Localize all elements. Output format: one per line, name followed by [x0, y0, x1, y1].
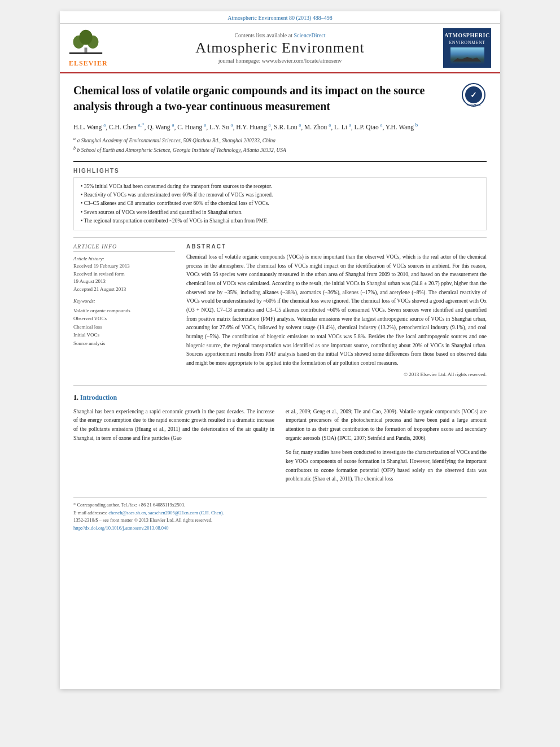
info-abstract-section: ARTICLE INFO Article history: Received 1… [73, 243, 487, 377]
svg-text:CrossMark: CrossMark [467, 103, 481, 106]
revised-label: Received in revised form [73, 270, 175, 278]
affiliation-b: b b School of Earth and Atmospheric Scie… [73, 145, 487, 154]
keyword-item: Chemical loss [73, 323, 175, 331]
elsevier-tree-icon [69, 29, 103, 57]
svg-point-3 [79, 29, 92, 45]
corresponding-author-note: * Corresponding author. Tel./fax: +86 21… [73, 501, 487, 509]
badge-subtitle: ENVIRONMENT [449, 40, 485, 46]
highlight-item: The regional transportation contributed … [81, 217, 479, 225]
intro-paragraph-2: et al., 2009; Geng et al., 2009; Tle and… [286, 408, 487, 443]
journal-badge: ATMOSPHERIC ENVIRONMENT [443, 28, 491, 68]
elsevier-logo-area: ELSEVIER [69, 29, 120, 68]
intro-col-left: Shanghai has been experiencing a rapid e… [73, 408, 274, 490]
journal-title-area: Contents lists available at ScienceDirec… [120, 32, 440, 64]
keywords-label: Keywords: [73, 298, 175, 305]
abstract-text: Chemical loss of volatile organic compou… [186, 253, 487, 368]
badge-image [450, 47, 484, 64]
highlights-divider [73, 237, 487, 238]
affiliations: a a Shanghai Academy of Environmental Sc… [73, 136, 487, 154]
keywords-list: Volatile organic compounds Observed VOCs… [73, 307, 175, 347]
accepted-date: Accepted 21 August 2013 [73, 286, 175, 294]
doi-line: http://dx.doi.org/10.1016/j.atmosenv.201… [73, 525, 487, 532]
keyword-item: Source analysis [73, 339, 175, 347]
highlight-item: Seven sources of VOCs were identified an… [81, 208, 479, 217]
email-links[interactable]: chench@saes.sh.cn, saeschen2005@21cn.com… [108, 510, 224, 516]
intro-section-title: Introduction [80, 394, 117, 401]
highlight-item: 35% initial VOCs had been consumed durin… [81, 182, 479, 191]
copyright-notice: © 2013 Elsevier Ltd. All rights reserved… [186, 372, 487, 377]
highlights-box: 35% initial VOCs had been consumed durin… [73, 177, 487, 230]
badge-title: ATMOSPHERIC [444, 32, 489, 40]
keyword-item: Initial VOCs [73, 331, 175, 339]
article-title: Chemical loss of volatile organic compou… [73, 82, 487, 114]
highlight-item: C3–C5 alkenes and C8 aromatics contribut… [81, 199, 479, 208]
issn-line: 1352-2310/$ – see front matter © 2013 El… [73, 517, 487, 525]
keyword-item: Observed VOCs [73, 314, 175, 322]
sciencedirect-link[interactable]: ScienceDirect [294, 32, 325, 38]
keywords-section: Keywords: Volatile organic compounds Obs… [73, 298, 175, 347]
journal-header: ELSEVIER Contents lists available at Sci… [60, 24, 500, 73]
main-content: Chemical loss of volatile organic compou… [60, 73, 500, 541]
intro-col-right: et al., 2009; Geng et al., 2009; Tle and… [286, 408, 487, 490]
article-page: Atmospheric Environment 80 (2013) 488–49… [60, 11, 500, 689]
highlights-label: HIGHLIGHTS [73, 168, 487, 174]
intro-section-header: 1. Introduction [73, 394, 487, 402]
revised-date: 19 August 2013 [73, 278, 175, 286]
intro-body: Shanghai has been experiencing a rapid e… [73, 408, 487, 490]
affiliation-a: a a Shanghai Academy of Environmental Sc… [73, 136, 487, 145]
article-info-label: ARTICLE INFO [73, 243, 175, 252]
email-label: E-mail addresses: [73, 510, 107, 516]
journal-badge-area: ATMOSPHERIC ENVIRONMENT [440, 28, 491, 68]
journal-main-title: Atmospheric Environment [120, 40, 440, 56]
intro-paragraph-3: So far, many studies have been conducted… [286, 448, 487, 484]
email-line: E-mail addresses: chench@saes.sh.cn, sae… [73, 509, 487, 517]
svg-text:✓: ✓ [470, 91, 477, 99]
footer-notes: * Corresponding author. Tel./fax: +86 21… [73, 497, 487, 532]
intro-paragraph-1: Shanghai has been experiencing a rapid e… [73, 408, 274, 443]
keyword-item: Volatile organic compounds [73, 307, 175, 314]
received-date: Received 19 February 2013 [73, 263, 175, 270]
abstract-col: ABSTRACT Chemical loss of volatile organ… [186, 243, 487, 377]
doi-link[interactable]: http://dx.doi.org/10.1016/j.atmosenv.201… [73, 525, 169, 531]
svg-rect-4 [69, 52, 102, 54]
journal-citation: Atmospheric Environment 80 (2013) 488–49… [60, 11, 500, 24]
abstract-label: ABSTRACT [186, 243, 487, 250]
journal-homepage: journal homepage: www.elsevier.com/locat… [120, 58, 440, 64]
highlight-item: Reactivity of VOCs was underestimated ov… [81, 191, 479, 199]
article-info-col: ARTICLE INFO Article history: Received 1… [73, 243, 175, 377]
article-history: Article history: Received 19 February 20… [73, 255, 175, 294]
authors-line: H.L. Wang a, C.H. Chen a,*, Q. Wang a, C… [73, 121, 487, 132]
contents-available-line: Contents lists available at ScienceDirec… [120, 32, 440, 38]
history-label: Article history: [73, 255, 175, 263]
section-divider [73, 161, 487, 162]
abstract-divider [73, 385, 487, 386]
crossmark-icon: ✓ CrossMark [461, 82, 487, 108]
highlights-list: 35% initial VOCs had been consumed durin… [81, 182, 479, 225]
